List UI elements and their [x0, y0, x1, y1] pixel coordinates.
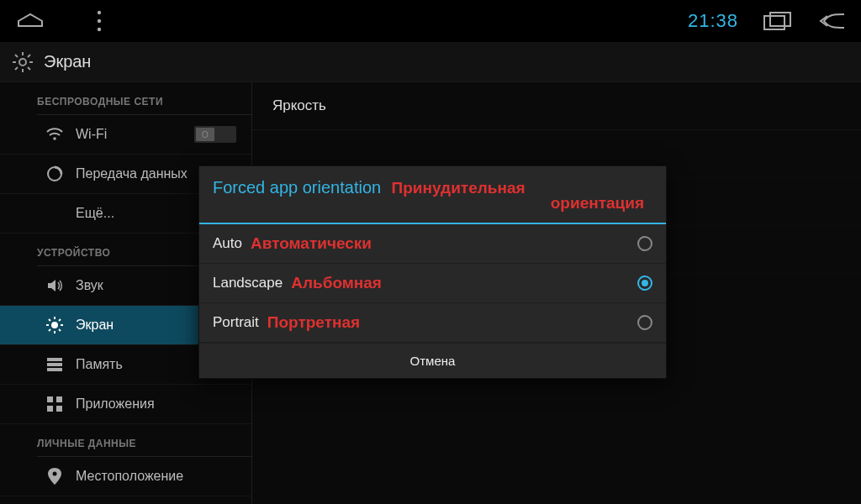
- annotation-text: Альбомная: [291, 274, 382, 292]
- sidebar-item-label: Передача данных: [76, 166, 188, 181]
- setting-row-brightness[interactable]: Яркость: [252, 82, 861, 130]
- wifi-toggle-knob: O: [196, 128, 214, 141]
- sidebar-item-label: Экран: [76, 318, 114, 333]
- svg-line-21: [49, 319, 50, 321]
- svg-point-0: [98, 11, 101, 14]
- app-bar-title: Экран: [44, 52, 91, 71]
- svg-rect-4: [770, 13, 790, 26]
- svg-point-16: [51, 322, 58, 328]
- svg-rect-25: [47, 358, 62, 361]
- option-label: Portrait: [213, 314, 259, 331]
- radio-icon: [637, 236, 652, 251]
- home-icon[interactable]: [15, 11, 45, 31]
- app-bar: Экран: [0, 42, 861, 82]
- radio-icon-checked: [637, 276, 652, 291]
- option-auto[interactable]: Auto Автоматически: [199, 224, 666, 264]
- radio-icon: [637, 315, 652, 330]
- svg-rect-26: [47, 363, 62, 366]
- status-bar: 21:38: [0, 0, 861, 42]
- sound-icon: [45, 276, 64, 295]
- option-label: Landscape: [213, 275, 283, 291]
- location-icon: [45, 467, 64, 486]
- sidebar-item-label: Звук: [76, 278, 103, 293]
- sidebar-item-label: Память: [76, 357, 123, 372]
- option-landscape[interactable]: Landscape Альбомная: [199, 264, 666, 303]
- annotation-text: Портретная: [267, 313, 360, 332]
- annotation-text: Принудительная: [392, 179, 526, 197]
- svg-line-12: [15, 67, 18, 70]
- back-icon[interactable]: [817, 11, 846, 31]
- svg-rect-29: [56, 396, 62, 402]
- dialog-button-bar: Отмена: [199, 343, 666, 378]
- svg-point-1: [98, 19, 101, 23]
- section-header-wireless: БЕСПРОВОДНЫЕ СЕТИ: [0, 82, 251, 114]
- svg-point-32: [53, 472, 57, 476]
- sidebar-item-label: Местоположение: [76, 469, 183, 484]
- svg-rect-3: [764, 16, 784, 29]
- section-header-personal: ЛИЧНЫЕ ДАННЫЕ: [0, 424, 251, 456]
- svg-rect-30: [47, 406, 53, 412]
- option-label: Auto: [213, 235, 242, 252]
- svg-line-24: [59, 319, 61, 321]
- sidebar-item-label: Ещё...: [76, 206, 114, 221]
- brightness-icon: [45, 316, 64, 334]
- sidebar-item-label: Приложения: [76, 396, 155, 412]
- svg-line-23: [49, 329, 50, 331]
- option-portrait[interactable]: Portrait Портретная: [199, 303, 666, 343]
- status-clock: 21:38: [688, 10, 738, 32]
- annotation-text: Автоматически: [251, 234, 372, 253]
- sidebar-item-apps[interactable]: Приложения: [0, 385, 251, 424]
- svg-point-5: [19, 59, 26, 66]
- dialog-title-row: Forced app orientation Принудительная ор…: [199, 166, 666, 223]
- wifi-toggle[interactable]: O: [194, 126, 236, 143]
- cancel-button-label: Отмена: [410, 354, 456, 368]
- svg-point-2: [98, 28, 101, 31]
- blank-icon: [45, 204, 64, 223]
- svg-line-22: [59, 329, 61, 331]
- sidebar-item-wifi[interactable]: Wi-Fi O: [0, 115, 251, 155]
- svg-line-11: [28, 67, 30, 70]
- sidebar-item-label: Wi-Fi: [76, 127, 107, 142]
- storage-icon: [45, 355, 64, 374]
- apps-icon: [45, 395, 64, 413]
- svg-point-14: [53, 137, 56, 140]
- orientation-dialog: Forced app orientation Принудительная ор…: [199, 166, 666, 378]
- annotation-text: ориентация: [213, 194, 652, 213]
- svg-rect-28: [47, 396, 53, 402]
- svg-line-13: [28, 55, 30, 57]
- svg-rect-27: [47, 368, 62, 371]
- setting-row-label: Яркость: [272, 97, 326, 113]
- svg-rect-31: [56, 406, 62, 412]
- wifi-icon: [45, 125, 64, 144]
- cancel-button[interactable]: Отмена: [199, 344, 666, 378]
- sidebar-item-location[interactable]: Местоположение: [0, 457, 251, 496]
- svg-line-10: [15, 55, 18, 57]
- recents-icon[interactable]: [763, 12, 792, 30]
- overflow-icon[interactable]: [96, 9, 103, 33]
- settings-gear-icon: [12, 51, 34, 73]
- dialog-title: Forced app orientation: [213, 178, 381, 197]
- data-usage-icon: [45, 165, 64, 183]
